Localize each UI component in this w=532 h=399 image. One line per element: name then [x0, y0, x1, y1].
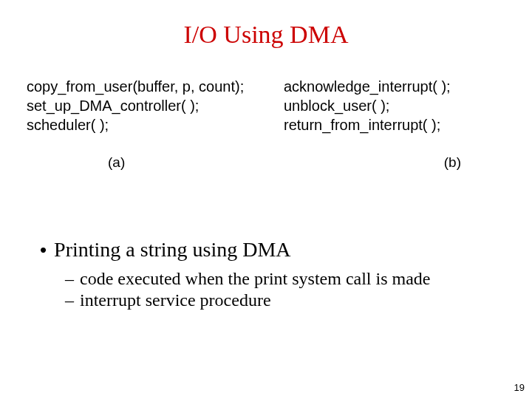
- dash-icon: –: [65, 269, 74, 289]
- label-a: (a): [108, 154, 125, 171]
- code-line: set_up_DMA_controller( );: [27, 98, 278, 115]
- sub-bullet-item: – code executed when the print system ca…: [65, 269, 510, 289]
- figure-labels: (a) (b): [27, 154, 505, 171]
- code-figure: copy_from_user(buffer, p, count); set_up…: [0, 78, 532, 171]
- sub-bullet-item: – interrupt service procedure: [65, 290, 510, 310]
- sub-bullet-text: interrupt service procedure: [80, 290, 271, 310]
- slide-title: I/O Using DMA: [0, 0, 532, 49]
- code-line: scheduler( );: [27, 117, 278, 134]
- label-b: (b): [444, 154, 461, 171]
- sub-bullet-text: code executed when the print system call…: [80, 269, 431, 289]
- slide: I/O Using DMA copy_from_user(buffer, p, …: [0, 0, 532, 399]
- code-line: unblock_user( );: [284, 98, 505, 115]
- bullet-text: Printing a string using DMA: [54, 238, 290, 262]
- bullet-section: • Printing a string using DMA – code exe…: [40, 238, 510, 312]
- dash-icon: –: [65, 290, 74, 310]
- bullet-icon: •: [40, 240, 47, 259]
- sub-bullets: – code executed when the print system ca…: [65, 269, 510, 310]
- code-line: copy_from_user(buffer, p, count);: [27, 78, 278, 95]
- code-columns: copy_from_user(buffer, p, count); set_up…: [27, 78, 505, 134]
- code-line: return_from_interrupt( );: [284, 117, 505, 134]
- bullet-item: • Printing a string using DMA: [40, 238, 510, 262]
- page-number: 19: [514, 382, 525, 393]
- code-column-b: acknowledge_interrupt( ); unblock_user( …: [284, 78, 505, 134]
- code-column-a: copy_from_user(buffer, p, count); set_up…: [27, 78, 278, 134]
- code-line: acknowledge_interrupt( );: [284, 78, 505, 95]
